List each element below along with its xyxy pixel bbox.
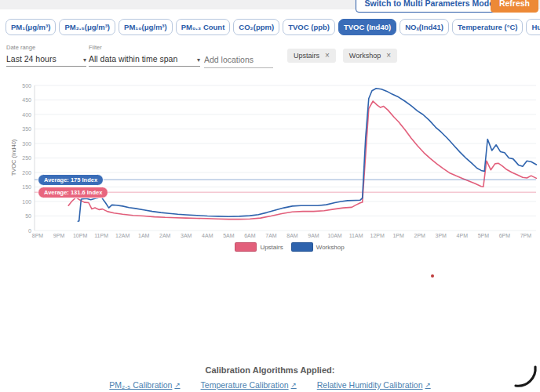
legend-swatch [291,242,313,252]
tab-pm-g-m[interactable]: PM₂.₅(μg/m³) [59,19,115,35]
tab-no-ind41[interactable]: NOₓ(Ind41) [400,19,449,35]
svg-text:1AM: 1AM [138,233,150,238]
svg-text:7PM: 7PM [520,233,532,238]
add-locations-input[interactable] [204,53,273,68]
external-link-icon: ↗ [291,381,297,389]
svg-text:7AM: 7AM [265,233,277,238]
tab-tvoc-ppb[interactable]: TVOC (ppb) [283,19,335,35]
svg-text:6AM: 6AM [244,233,256,238]
svg-text:200: 200 [22,170,31,176]
svg-text:10AM: 10AM [327,233,341,238]
external-link-icon: ↗ [174,381,180,389]
svg-text:2AM: 2AM [159,233,171,238]
legend-item-workshop[interactable]: Workshop [291,242,345,252]
svg-text:250: 250 [22,155,31,161]
location-chips: Upstairs×Workshop× [287,49,397,63]
location-chip-workshop[interactable]: Workshop× [343,49,397,63]
add-locations-field [204,44,273,68]
svg-text:6PM: 6PM [499,233,511,238]
svg-text:400: 400 [22,112,31,118]
legend-label: Workshop [316,244,345,251]
chart-legend: UpstairsWorkshop [0,242,540,252]
date-range-select[interactable]: Date range Last 24 hours ▾ [6,44,86,67]
svg-text:5AM: 5AM [223,233,235,238]
legend-label: Upstairs [260,244,283,251]
corner-arc-glyph [509,362,540,392]
filter-value: All data within time span [89,54,177,64]
svg-text:8PM: 8PM [32,233,44,238]
date-range-value: Last 24 hours [6,54,57,64]
link-relative-humidity-calibration[interactable]: Relative Humidity Calibration↗ [317,380,431,390]
svg-text:0: 0 [28,228,31,234]
tvoc-line-chart: 0501001502002503003504004505008PM9PM10PM… [0,78,540,263]
svg-text:9AM: 9AM [308,233,319,238]
calibration-heading: Calibration Algorithms Applied: [0,365,540,375]
svg-text:3AM: 3AM [181,233,192,238]
svg-text:4PM: 4PM [457,233,469,238]
svg-text:4AM: 4AM [202,233,213,238]
svg-text:TVOC (Ind40): TVOC (Ind40) [10,139,17,176]
external-link-icon: ↗ [425,381,431,389]
svg-text:350: 350 [22,126,31,132]
svg-text:100: 100 [22,199,31,205]
svg-text:12PM: 12PM [370,233,384,238]
svg-text:10PM: 10PM [73,233,87,238]
tab-humidity[interactable]: Humidity (%) [526,19,540,35]
location-chip-upstairs[interactable]: Upstairs× [287,49,336,63]
filter-select[interactable]: Filter All data within time span ▾ [89,44,200,67]
svg-text:3PM: 3PM [436,233,447,238]
refresh-button[interactable]: Refresh [491,0,538,13]
link-pm-calibration[interactable]: PM₂.₅ Calibration↗ [109,380,180,390]
link-label: Temperature Calibration [201,380,289,390]
svg-text:11AM: 11AM [349,233,363,238]
svg-text:5PM: 5PM [478,233,490,238]
tab-co-ppm[interactable]: CO₂(ppm) [233,19,279,35]
parameter-tabs: PM₁(μg/m³)PM₂.₅(μg/m³)PM₁₀(μg/m³)PM₀.₃ C… [5,19,540,35]
average-badge-upstairs: Average: 131.6 Index [38,187,108,198]
chip-label: Workshop [349,52,381,60]
link-temperature-calibration[interactable]: Temperature Calibration↗ [201,380,297,390]
svg-text:450: 450 [22,97,31,103]
chevron-down-icon: ▾ [197,56,200,64]
average-badge-workshop: Average: 175 Index [38,174,104,186]
close-icon[interactable]: × [386,53,391,59]
tab-pm-count[interactable]: PM₀.₃ Count [176,19,231,35]
link-label: PM₂.₅ Calibration [109,380,172,390]
tab-pm-g-m[interactable]: PM₁₀(μg/m³) [119,19,173,35]
svg-text:300: 300 [22,141,31,147]
svg-text:1PM: 1PM [392,233,404,238]
switch-multi-parameters-button[interactable]: Switch to Multi Parameters Mode [356,0,502,13]
svg-text:12AM: 12AM [115,233,130,238]
date-range-label: Date range [6,44,86,51]
chip-label: Upstairs [294,52,319,60]
filter-label: Filter [89,44,200,51]
calibration-links: PM₂.₅ Calibration↗Temperature Calibratio… [0,380,540,390]
tab-tvoc-ind40[interactable]: TVOC (Ind40) [338,19,396,35]
tab-temperature-c[interactable]: Temperature (°C) [452,19,523,35]
svg-text:2PM: 2PM [414,233,426,238]
svg-text:9PM: 9PM [53,233,65,238]
svg-text:8AM: 8AM [286,233,298,238]
svg-text:50: 50 [25,213,31,219]
marker-dot [431,274,434,278]
close-icon[interactable]: × [325,53,330,59]
air-quality-dashboard: Switch to Multi Parameters Mode Refresh … [0,0,540,392]
svg-text:11PM: 11PM [94,233,108,238]
legend-swatch [235,242,257,252]
svg-text:150: 150 [22,184,31,190]
svg-text:500: 500 [22,83,31,89]
legend-item-upstairs[interactable]: Upstairs [235,242,283,252]
link-label: Relative Humidity Calibration [317,380,423,390]
tab-pm-g-m[interactable]: PM₁(μg/m³) [5,19,56,35]
chevron-down-icon: ▾ [83,56,86,64]
